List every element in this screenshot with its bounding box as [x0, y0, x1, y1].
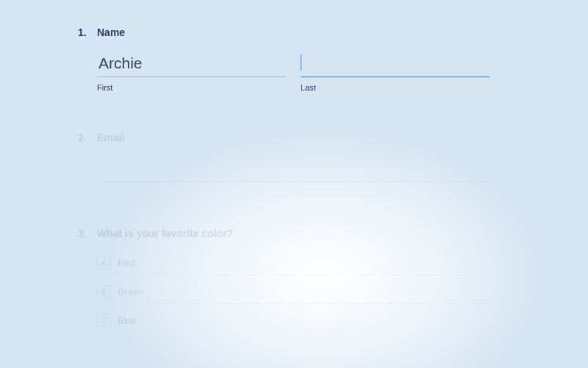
first-name-input[interactable] [97, 52, 286, 77]
question-number: 2. [78, 132, 87, 144]
question-number: 1. [78, 26, 87, 38]
text-caret-icon [301, 54, 301, 71]
choice-key: C [97, 314, 110, 327]
first-name-sublabel: First [97, 83, 286, 92]
first-name-field: First [97, 52, 286, 92]
question-label: Email [97, 132, 544, 144]
choice-key: B [97, 285, 110, 298]
choice-green[interactable]: B Green [97, 281, 490, 304]
question-label: What is your favorite color? [97, 227, 544, 239]
color-choices: A Red B Green C Blue [97, 252, 544, 332]
question-email: 2. Email [78, 132, 544, 182]
question-label: Name [97, 26, 544, 38]
choice-label: Green [118, 286, 144, 297]
name-fields: First Last [97, 52, 544, 92]
choice-blue[interactable]: C Blue [97, 310, 490, 332]
question-favorite-color: 3. What is your favorite color? A Red B … [78, 227, 544, 332]
question-name: 1. Name First Last [78, 26, 544, 92]
choice-red[interactable]: A Red [97, 252, 490, 275]
last-name-field: Last [301, 52, 490, 92]
question-number: 3. [78, 227, 87, 239]
choice-label: Blue [118, 315, 137, 326]
email-input[interactable] [97, 157, 490, 182]
choice-label: Red [118, 258, 135, 269]
last-name-input[interactable] [301, 52, 490, 77]
last-name-sublabel: Last [301, 83, 490, 92]
choice-key: A [97, 256, 110, 269]
survey-form: 1. Name First Last 2. Email 3. What is y… [0, 0, 588, 332]
